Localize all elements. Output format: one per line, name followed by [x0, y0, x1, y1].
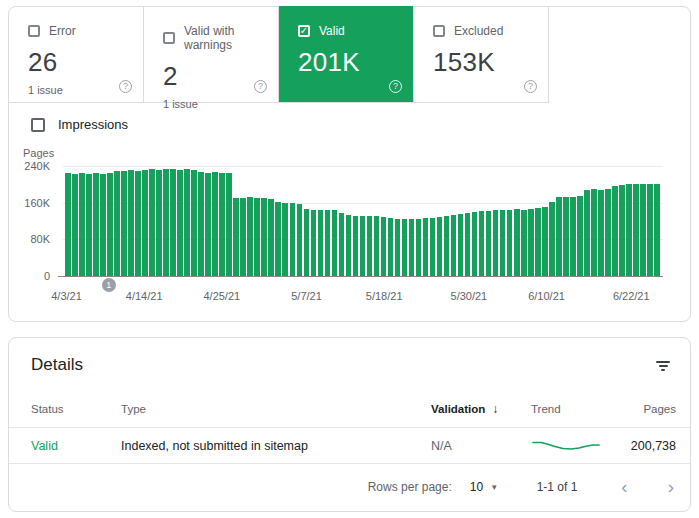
excluded-checkbox[interactable]: ✓ — [433, 25, 445, 37]
chart-bar[interactable] — [318, 210, 324, 276]
chart-event-marker[interactable]: 1 — [102, 278, 116, 292]
chart-bar[interactable] — [374, 216, 380, 276]
help-icon[interactable]: ? — [254, 80, 267, 93]
col-header-validation[interactable]: Validation ↓ — [431, 402, 531, 416]
chart-bar[interactable] — [268, 199, 274, 276]
help-icon[interactable]: ? — [119, 80, 132, 93]
chart-bar[interactable] — [598, 190, 604, 276]
chart-bar[interactable] — [79, 173, 85, 276]
chart-bar[interactable] — [121, 171, 127, 276]
help-icon[interactable]: ? — [389, 80, 402, 93]
help-icon[interactable]: ? — [524, 80, 537, 93]
chart-bar[interactable] — [402, 219, 408, 276]
chart-bar[interactable] — [388, 218, 394, 276]
chart-bar[interactable] — [65, 173, 71, 276]
chart-bar[interactable] — [493, 210, 499, 276]
chart-bar[interactable] — [654, 184, 660, 276]
impressions-toggle[interactable]: Impressions — [31, 117, 128, 132]
next-page-button[interactable]: › — [668, 477, 674, 496]
status-card-valid-with-warnings[interactable]: ✓ Valid with warnings 2 1 issue ? — [144, 7, 279, 102]
chart-bar[interactable] — [528, 209, 534, 276]
chart-bar[interactable] — [332, 210, 338, 276]
status-card-excluded[interactable]: ✓ Excluded 153K ? — [414, 7, 549, 102]
chart-bar[interactable] — [339, 213, 345, 276]
chart-bar[interactable] — [212, 172, 218, 276]
chart-bar[interactable] — [72, 174, 78, 276]
error-checkbox[interactable]: ✓ — [28, 25, 40, 37]
chart-bar[interactable] — [100, 174, 106, 276]
chart-bar[interactable] — [142, 170, 148, 276]
chart-bar[interactable] — [233, 198, 239, 276]
previous-page-button[interactable]: ‹ — [621, 477, 627, 496]
chart-bar[interactable] — [549, 202, 555, 276]
chart-bar[interactable] — [114, 171, 120, 276]
chart-bar[interactable] — [325, 210, 331, 276]
chart-bar[interactable] — [437, 217, 443, 276]
chart-bar[interactable] — [507, 210, 513, 276]
chart-bar[interactable] — [563, 197, 569, 276]
chart-bar[interactable] — [247, 197, 253, 276]
chart-bar[interactable] — [381, 217, 387, 276]
col-header-trend[interactable]: Trend — [531, 403, 621, 415]
chart-bar[interactable] — [479, 211, 485, 276]
rows-per-page-value[interactable]: 10 — [470, 480, 483, 494]
chart-bar[interactable] — [86, 174, 92, 276]
dropdown-arrow-icon[interactable]: ▾ — [492, 482, 497, 492]
chart-bar[interactable] — [486, 211, 492, 276]
chart-bar[interactable] — [275, 202, 281, 276]
chart-bar[interactable] — [521, 210, 527, 276]
chart-bar[interactable] — [219, 173, 225, 276]
chart-bar[interactable] — [472, 212, 478, 276]
chart-bar[interactable] — [240, 198, 246, 276]
chart-bar[interactable] — [612, 186, 618, 276]
chart-bar[interactable] — [542, 207, 548, 276]
chart-bar[interactable] — [353, 216, 359, 277]
chart-bar[interactable] — [93, 173, 99, 276]
impressions-checkbox[interactable] — [31, 118, 45, 132]
col-header-status[interactable]: Status — [31, 403, 121, 415]
chart-bar[interactable] — [360, 216, 366, 276]
chart-bar[interactable] — [297, 204, 303, 276]
chart-bar[interactable] — [444, 216, 450, 276]
table-row[interactable]: Valid Indexed, not submitted in sitemap … — [9, 428, 690, 464]
chart-bar[interactable] — [205, 173, 211, 276]
chart-bar[interactable] — [633, 184, 639, 276]
chart-bar[interactable] — [409, 219, 415, 276]
valid-checkbox[interactable]: ✓ — [298, 25, 310, 37]
col-header-type[interactable]: Type — [121, 403, 431, 415]
chart-bar[interactable] — [570, 197, 576, 276]
chart-bar[interactable] — [640, 184, 646, 276]
chart-bar[interactable] — [311, 210, 317, 276]
chart-bar[interactable] — [107, 173, 113, 276]
chart-bar[interactable] — [191, 170, 197, 276]
chart-bar[interactable] — [346, 215, 352, 276]
chart-bar[interactable] — [304, 209, 310, 276]
chart-bar[interactable] — [430, 218, 436, 276]
chart-bar[interactable] — [514, 209, 520, 276]
chart-bar[interactable] — [395, 219, 401, 276]
chart-bar[interactable] — [254, 198, 260, 276]
chart-bar[interactable] — [465, 213, 471, 276]
chart-bar[interactable] — [170, 169, 176, 276]
chart-bar[interactable] — [149, 169, 155, 276]
valid-with-warnings-checkbox[interactable]: ✓ — [163, 32, 175, 44]
chart-bar[interactable] — [591, 189, 597, 276]
chart-bar[interactable] — [290, 203, 296, 276]
status-card-valid[interactable]: ✓ Valid 201K ? — [279, 6, 414, 102]
chart-bar[interactable] — [184, 169, 190, 276]
status-card-error[interactable]: ✓ Error 26 1 issue ? — [9, 7, 144, 102]
chart-bar[interactable] — [647, 184, 653, 276]
chart-bar[interactable] — [367, 216, 373, 276]
bar-series[interactable] — [65, 166, 661, 276]
col-header-pages[interactable]: Pages — [621, 403, 676, 415]
chart-bar[interactable] — [535, 208, 541, 276]
chart-bar[interactable] — [577, 196, 583, 276]
chart-bar[interactable] — [584, 190, 590, 276]
chart-bar[interactable] — [605, 189, 611, 276]
chart-bar[interactable] — [163, 169, 169, 276]
chart-bar[interactable] — [261, 198, 267, 276]
chart-bar[interactable] — [556, 197, 562, 276]
chart-bar[interactable] — [226, 173, 232, 276]
chart-bar[interactable] — [458, 214, 464, 276]
chart-bar[interactable] — [128, 170, 134, 276]
